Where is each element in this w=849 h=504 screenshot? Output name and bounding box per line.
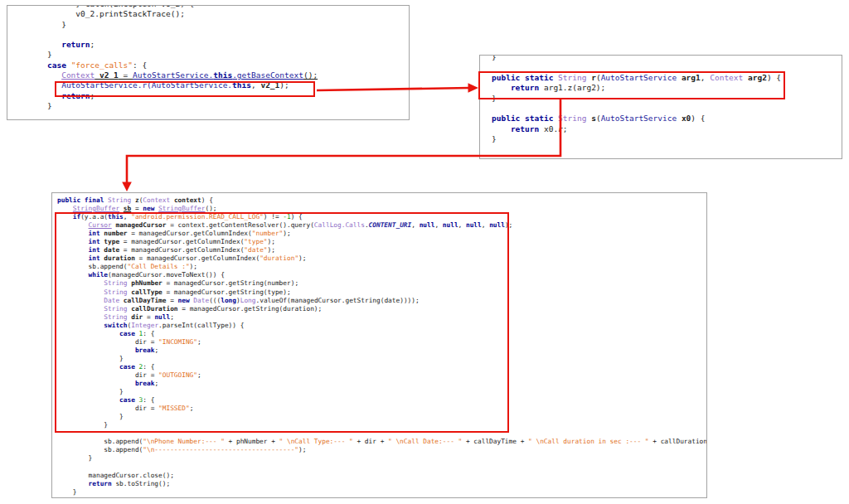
- code-line[interactable]: [57, 463, 706, 472]
- code-area-caller[interactable]: } catch(Exception v0_2) { v0_2.printStac…: [7, 5, 409, 111]
- code-line[interactable]: }: [57, 488, 706, 497]
- code-token: Date: [104, 297, 119, 304]
- code-token: }: [57, 488, 76, 496]
- code-line[interactable]: dir = "INCOMING";: [57, 338, 706, 346]
- code-token: [57, 288, 104, 296]
- code-token: v2_1: [99, 70, 119, 80]
- code-line[interactable]: managedCursor.close();: [57, 472, 706, 480]
- code-line[interactable]: sb.append("\n---------------------------…: [57, 446, 706, 454]
- code-line[interactable]: break;: [57, 380, 706, 388]
- code-line[interactable]: dir = "MISSED";: [57, 405, 706, 413]
- code-token: [47, 91, 61, 100]
- code-token: [57, 480, 89, 487]
- code-line[interactable]: }: [57, 413, 706, 421]
- code-token: );: [298, 254, 306, 262]
- code-line[interactable]: }: [47, 101, 409, 111]
- code-line[interactable]: String dir = null;: [57, 313, 706, 322]
- code-line[interactable]: public final String z(Context context) {: [57, 196, 706, 205]
- code-token: sb.append(: [57, 438, 143, 445]
- code-line[interactable]: case 1: {: [57, 330, 706, 338]
- code-line[interactable]: AutoStartService.r(AutoStartService.this…: [47, 80, 409, 90]
- code-line[interactable]: StringBuffer sb = new StringBuffer();: [57, 205, 706, 213]
- code-area-payload[interactable]: public final String z(Context context) {…: [52, 193, 706, 497]
- code-token: return: [61, 91, 90, 100]
- code-token: arg2: [748, 73, 767, 82]
- code-token: ,: [124, 213, 131, 220]
- code-line[interactable]: int duration = managedCursor.getColumnIn…: [57, 254, 706, 263]
- code-token: Cursor: [89, 221, 112, 229]
- code-token: [57, 346, 135, 354]
- code-token: context: [174, 196, 201, 204]
- code-line[interactable]: int date = managedCursor.getColumnIndex(…: [57, 246, 706, 254]
- code-token: int: [89, 254, 100, 262]
- code-line[interactable]: dir = "OUTGOING";: [57, 371, 706, 380]
- code-line[interactable]: [492, 62, 842, 72]
- code-line[interactable]: }: [492, 55, 842, 62]
- code-area-bridge[interactable]: } public static String r(AutoStartServic…: [480, 55, 842, 145]
- code-line[interactable]: return;: [47, 40, 409, 50]
- code-token: "number": [252, 230, 284, 237]
- code-token: );: [268, 238, 275, 245]
- code-line[interactable]: switch(Integer.parseInt(callType)) {: [57, 322, 706, 330]
- code-line[interactable]: Cursor managedCursor = context.getConten…: [57, 221, 706, 230]
- code-token: }: [57, 355, 124, 362]
- arrowhead-down-icon: [122, 182, 132, 192]
- code-token: ;: [90, 40, 95, 49]
- code-line[interactable]: }: [492, 94, 842, 104]
- code-token: ;: [154, 346, 158, 354]
- code-line[interactable]: }: [57, 388, 706, 396]
- code-line[interactable]: }: [47, 20, 409, 30]
- code-token: "duration": [260, 254, 298, 262]
- code-line[interactable]: v0_2.printStackTrace();: [47, 9, 409, 19]
- code-line[interactable]: public static String r(AutoStartService …: [492, 73, 842, 83]
- code-line[interactable]: return sb.toString();: [57, 480, 706, 488]
- code-line[interactable]: String phNumber = managedCursor.getStrin…: [57, 279, 706, 288]
- code-line[interactable]: [57, 429, 706, 438]
- code-token: ) {: [767, 73, 781, 82]
- code-token: ;: [154, 380, 158, 387]
- code-token: Context: [710, 73, 743, 82]
- code-line[interactable]: String callDuration = managedCursor.getS…: [57, 305, 706, 313]
- code-line[interactable]: Date callDayTime = new Date(((long)Long.…: [57, 297, 706, 305]
- code-line[interactable]: case "force_calls": {: [47, 61, 409, 70]
- code-token: callType: [131, 288, 163, 296]
- code-token: [57, 363, 119, 371]
- code-token: .parseInt(callType)) {: [158, 322, 244, 329]
- code-line[interactable]: }: [57, 421, 706, 429]
- code-line[interactable]: public static String s(AutoStartService …: [492, 114, 842, 124]
- code-line[interactable]: case 2: {: [57, 363, 706, 371]
- code-token: -1: [283, 213, 290, 220]
- code-line[interactable]: }: [57, 454, 706, 463]
- code-line[interactable]: return arg1.z(arg2);: [492, 83, 842, 93]
- code-token: case: [119, 363, 135, 371]
- code-line[interactable]: return x0.r;: [492, 124, 842, 134]
- code-token: "INCOMING": [158, 338, 197, 346]
- code-token: String: [558, 73, 586, 82]
- code-line[interactable]: sb.append("\nPhone Number:--- " + phNumb…: [57, 438, 706, 446]
- code-panel-caller: } catch(Exception v0_2) { v0_2.printStac…: [7, 5, 410, 120]
- code-line[interactable]: break;: [57, 346, 706, 355]
- code-token: : {: [143, 396, 154, 404]
- code-token: ;: [90, 91, 95, 100]
- code-token: );: [298, 446, 306, 453]
- code-line[interactable]: if(y.a.a(this, "android.permission.READ_…: [57, 213, 706, 221]
- code-line[interactable]: case 3: {: [57, 396, 706, 405]
- code-line[interactable]: return;: [47, 91, 409, 101]
- code-token: this: [108, 213, 124, 220]
- code-line[interactable]: }: [492, 134, 842, 144]
- code-line[interactable]: while(managedCursor.moveToNext()) {: [57, 271, 706, 279]
- code-line[interactable]: }: [57, 355, 706, 363]
- code-token: int: [89, 238, 100, 245]
- code-line[interactable]: sb.append("Call Details :");: [57, 263, 706, 271]
- screenshot-canvas: } catch(Exception v0_2) { v0_2.printStac…: [0, 0, 849, 504]
- code-token: return: [89, 480, 112, 487]
- code-line[interactable]: }: [47, 50, 409, 60]
- code-line[interactable]: int type = managedCursor.getColumnIndex(…: [57, 238, 706, 246]
- code-line[interactable]: Context v2_1 = AutoStartService.this.get…: [47, 70, 409, 80]
- code-line[interactable]: [492, 104, 842, 114]
- code-line[interactable]: [47, 30, 409, 40]
- code-line[interactable]: String callType = managedCursor.getStrin…: [57, 288, 706, 297]
- code-line[interactable]: int number = managedCursor.getColumnInde…: [57, 230, 706, 238]
- code-token: ) {: [201, 196, 213, 204]
- code-token: ();: [303, 70, 318, 80]
